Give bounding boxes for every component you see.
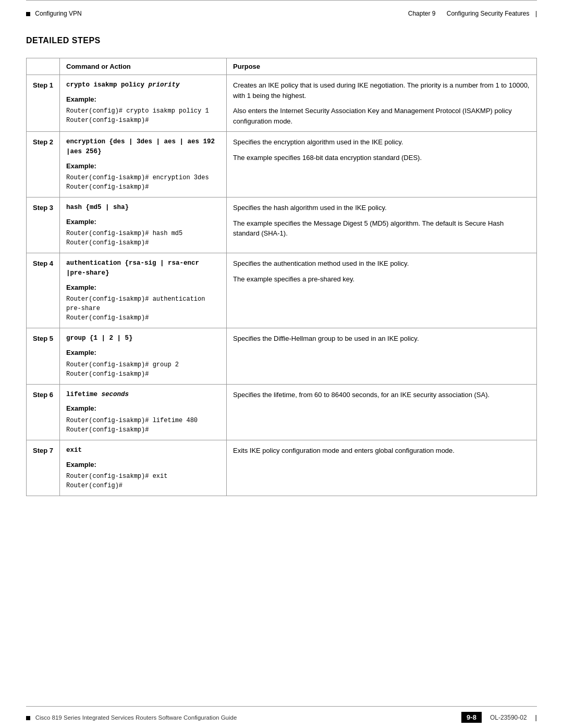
step-label: Step 1 [27, 75, 60, 132]
footer-content: Cisco 819 Series Integrated Services Rou… [0, 707, 563, 728]
table-row: Step 6lifetime secondsExample:Router(con… [27, 384, 537, 440]
table-row: Step 5group {1 | 2 | 5}Example:Router(co… [27, 328, 537, 384]
purpose-cell: Exits IKE policy configuration mode and … [227, 440, 537, 496]
page: Configuring VPN Chapter 9 Configuring Se… [0, 0, 563, 728]
purpose-text: The example specifies 168-bit data encry… [233, 153, 530, 163]
step-label: Step 5 [27, 328, 60, 384]
example-code: Router(config-isakmp)# hash md5 Router(c… [66, 229, 220, 248]
command-cell: authentication {rsa-sig | rsa-encr |pre-… [60, 253, 227, 328]
example-label: Example: [66, 460, 220, 470]
purpose-text: The example specifies a pre-shared key. [233, 274, 530, 285]
footer-right: 9-8 OL-23590-02 | [461, 712, 537, 723]
command-text: exit [66, 446, 220, 455]
purpose-text: Specifies the encryption algorithm used … [233, 137, 530, 147]
step-label: Step 2 [27, 132, 60, 198]
footer-page-number: 9-8 [461, 712, 482, 723]
purpose-cell: Specifies the lifetime, from 60 to 86400… [227, 384, 537, 440]
purpose-text: Specifies the Diffie-Hellman group to be… [233, 334, 530, 344]
purpose-cell: Specifies the authentication method used… [227, 253, 537, 328]
footer-left: Cisco 819 Series Integrated Services Rou… [26, 713, 237, 721]
purpose-text: Specifies the lifetime, from 60 to 86400… [233, 390, 530, 400]
command-cell: group {1 | 2 | 5}Example:Router(config-i… [60, 328, 227, 384]
section-title: DETAILED STEPS [26, 36, 537, 45]
table-row: Step 2encryption {des | 3des | aes | aes… [27, 132, 537, 198]
example-code: Router(config-isakmp)# group 2 Router(co… [66, 360, 220, 379]
table-header-row: Command or Action Purpose [27, 58, 537, 75]
command-cell: encryption {des | 3des | aes | aes 192 |… [60, 132, 227, 198]
command-text: group {1 | 2 | 5} [66, 334, 220, 343]
command-text: encryption {des | 3des | aes | aes 192 |… [66, 137, 220, 157]
command-text: authentication {rsa-sig | rsa-encr |pre-… [66, 258, 220, 278]
example-code: Router(config-isakmp)# exit Router(confi… [66, 472, 220, 490]
purpose-text: Exits IKE policy configuration mode and … [233, 446, 530, 456]
purpose-cell: Specifies the encryption algorithm used … [227, 132, 537, 198]
header-pipe: | [535, 10, 537, 17]
step-label: Step 3 [27, 198, 60, 253]
command-cell: lifetime secondsExample:Router(config-is… [60, 384, 227, 440]
footer-doc-number: OL-23590-02 [490, 714, 527, 721]
example-label: Example: [66, 217, 220, 227]
content: DETAILED STEPS Command or Action Purpose… [0, 20, 563, 512]
table-row: Step 4authentication {rsa-sig | rsa-encr… [27, 253, 537, 328]
command-cell: exitExample:Router(config-isakmp)# exit … [60, 440, 227, 496]
command-cell: hash {md5 | sha}Example:Router(config-is… [60, 198, 227, 253]
black-square-icon [26, 12, 30, 16]
purpose-cell: Creates an IKE policy that is used durin… [227, 75, 537, 132]
table-row: Step 7exitExample:Router(config-isakmp)#… [27, 440, 537, 496]
command-cell: crypto isakmp policy priorityExample:Rou… [60, 75, 227, 132]
example-code: Router(config-isakmp)# encryption 3des R… [66, 173, 220, 192]
col-command-header: Command or Action [60, 58, 227, 75]
purpose-text: Creates an IKE policy that is used durin… [233, 80, 530, 101]
step-label: Step 4 [27, 253, 60, 328]
page-footer: Cisco 819 Series Integrated Services Rou… [0, 706, 563, 728]
example-label: Example: [66, 403, 220, 414]
col-purpose-header: Purpose [227, 58, 537, 75]
purpose-cell: Specifies the Diffie-Hellman group to be… [227, 328, 537, 384]
example-label: Example: [66, 348, 220, 358]
table-row: Step 3hash {md5 | sha}Example:Router(con… [27, 198, 537, 253]
command-text: hash {md5 | sha} [66, 203, 220, 213]
step-label: Step 6 [27, 384, 60, 440]
command-text: crypto isakmp policy priority [66, 80, 220, 90]
purpose-text: Also enters the Internet Security Associ… [233, 106, 530, 126]
table-row: Step 1crypto isakmp policy priorityExamp… [27, 75, 537, 132]
example-code: Router(config-isakmp)# authentication pr… [66, 294, 220, 323]
footer-pipe: | [535, 713, 537, 721]
example-label: Example: [66, 161, 220, 171]
example-label: Example: [66, 282, 220, 293]
example-label: Example: [66, 94, 220, 105]
header-right: Chapter 9 Configuring Security Features … [408, 10, 537, 17]
footer-book-title: Cisco 819 Series Integrated Services Rou… [35, 714, 237, 721]
example-code: Router(config)# crypto isakmp policy 1 R… [66, 106, 220, 125]
purpose-text: The example specifies the Message Digest… [233, 218, 530, 239]
purpose-text: Specifies the hash algorithm used in the… [233, 203, 530, 213]
example-code: Router(config-isakmp)# lifetime 480 Rout… [66, 416, 220, 435]
steps-table: Command or Action Purpose Step 1crypto i… [26, 58, 537, 496]
command-text: lifetime seconds [66, 390, 220, 400]
chapter-label: Chapter 9 [408, 10, 436, 17]
header-left: Configuring VPN [26, 10, 82, 17]
page-header: Configuring VPN Chapter 9 Configuring Se… [0, 1, 563, 20]
purpose-text: Specifies the authentication method used… [233, 258, 530, 269]
chapter-title: Configuring Security Features [447, 10, 530, 17]
step-label: Step 7 [27, 440, 60, 496]
col-empty-header [27, 58, 60, 75]
section-label: Configuring VPN [35, 10, 81, 17]
footer-square-icon [26, 716, 30, 720]
purpose-cell: Specifies the hash algorithm used in the… [227, 198, 537, 253]
